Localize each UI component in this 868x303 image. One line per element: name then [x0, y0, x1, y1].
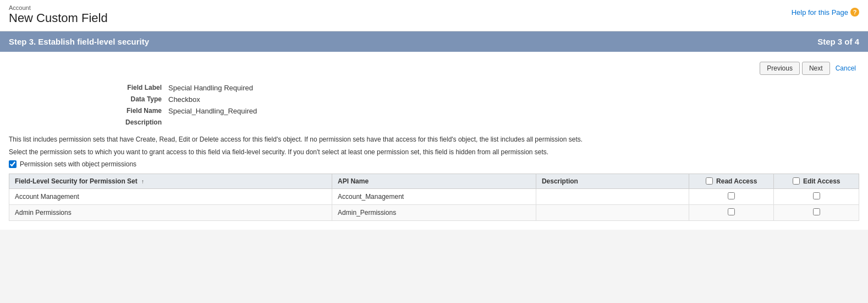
page-header-left: Account New Custom Field: [9, 4, 108, 25]
row2-read: [689, 204, 774, 220]
row1-fls: Account Management: [9, 188, 332, 204]
row1-read: [689, 188, 774, 204]
field-label-key: Field Label: [108, 84, 168, 91]
col-header-api: API Name: [332, 174, 536, 188]
row2-read-checkbox[interactable]: [728, 208, 735, 215]
field-info-row-fieldname: Field Name Special_Handling_Required: [108, 107, 859, 115]
page-header: Account New Custom Field Help for this P…: [0, 0, 868, 31]
page-title: New Custom Field: [9, 11, 108, 25]
row2-desc: [536, 204, 689, 220]
filter-checkbox[interactable]: [9, 160, 17, 168]
col-api-label: API Name: [338, 177, 369, 185]
description-key: Description: [108, 118, 168, 126]
permission-table: Field-Level Security for Permission Set …: [9, 174, 859, 221]
cancel-button[interactable]: Cancel: [832, 62, 859, 75]
col-header-edit: Edit Access: [774, 174, 859, 188]
col-header-fls: Field-Level Security for Permission Set …: [9, 174, 332, 188]
step-progress: Step 3 of 4: [817, 37, 859, 46]
col-edit-label: Edit Access: [803, 177, 840, 185]
help-icon: ?: [850, 8, 859, 17]
data-type-value: Checkbox: [168, 95, 200, 104]
field-label-value: Special Handling Required: [168, 84, 253, 92]
next-button[interactable]: Next: [802, 62, 830, 75]
row2-edit: [774, 204, 859, 220]
row1-edit: [774, 188, 859, 204]
field-name-key: Field Name: [108, 107, 168, 115]
help-link-text: Help for this Page: [792, 8, 848, 17]
row2-edit-checkbox[interactable]: [813, 208, 820, 215]
row1-read-checkbox[interactable]: [728, 192, 735, 199]
step-label: Step 3. Establish field-level security: [9, 37, 149, 46]
edit-access-header-checkbox[interactable]: [793, 177, 800, 185]
sort-arrow-icon: ↑: [141, 178, 144, 185]
col-header-read: Read Access: [689, 174, 774, 188]
row1-edit-checkbox[interactable]: [813, 192, 820, 199]
field-info: Field Label Special Handling Required Da…: [108, 84, 859, 126]
field-info-row-description: Description: [108, 118, 859, 126]
col-fls-label: Field-Level Security for Permission Set: [15, 177, 138, 185]
read-access-header-checkbox[interactable]: [706, 177, 713, 185]
row1-desc: [536, 188, 689, 204]
description-line-1: This list includes permission sets that …: [9, 135, 859, 144]
col-desc-label: Description: [542, 177, 578, 185]
row2-api: Admin_Permissions: [332, 204, 536, 220]
description-line-2: Select the permission sets to which you …: [9, 148, 859, 157]
field-info-row-label: Field Label Special Handling Required: [108, 84, 859, 92]
table-row: Account Management Account_Management: [9, 188, 859, 204]
field-info-row-datatype: Data Type Checkbox: [108, 95, 859, 104]
table-header-row: Field-Level Security for Permission Set …: [9, 174, 859, 188]
breadcrumb: Account: [9, 4, 108, 11]
step-header: Step 3. Establish field-level security S…: [0, 31, 868, 52]
toolbar: Previous Next Cancel: [9, 57, 859, 77]
col-header-desc: Description: [536, 174, 689, 188]
filter-checkbox-row: Permission sets with object permissions: [9, 160, 859, 168]
help-link[interactable]: Help for this Page ?: [792, 8, 859, 17]
field-name-value: Special_Handling_Required: [168, 107, 257, 115]
filter-checkbox-label: Permission sets with object permissions: [20, 160, 136, 168]
previous-button[interactable]: Previous: [760, 62, 800, 75]
row1-api: Account_Management: [332, 188, 536, 204]
row2-fls: Admin Permissions: [9, 204, 332, 220]
table-row: Admin Permissions Admin_Permissions: [9, 204, 859, 220]
main-content: Previous Next Cancel Field Label Special…: [0, 52, 868, 230]
data-type-key: Data Type: [108, 95, 168, 103]
col-read-label: Read Access: [716, 177, 757, 185]
